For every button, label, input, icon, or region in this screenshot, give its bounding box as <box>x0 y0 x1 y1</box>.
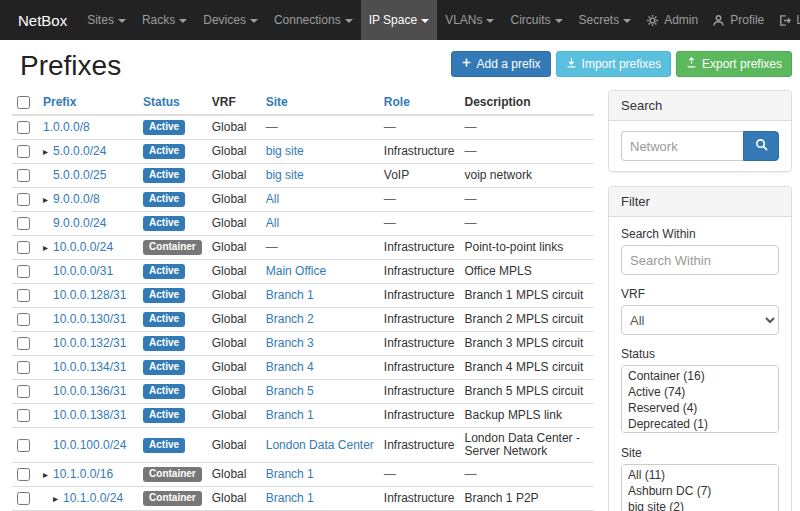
status-badge: Active <box>143 336 185 351</box>
nav-item-racks[interactable]: Racks <box>134 0 195 40</box>
vrf-cell: Global <box>207 236 261 260</box>
row-checkbox[interactable] <box>17 385 30 398</box>
prefix-link[interactable]: 5.0.0.0/25 <box>53 168 106 182</box>
prefix-link[interactable]: 5.0.0.0/24 <box>53 144 106 158</box>
site-link[interactable]: Branch 1 <box>266 408 314 422</box>
status-filter-list[interactable]: Container (16)Active (74)Reserved (4)Dep… <box>621 365 779 433</box>
brand[interactable]: NetBox <box>6 0 79 40</box>
row-checkbox[interactable] <box>17 313 30 326</box>
nav-item-sites[interactable]: Sites <box>79 0 134 40</box>
filter-option[interactable]: Deprecated (1) <box>622 416 778 432</box>
nav-item-circuits[interactable]: Circuits <box>502 0 570 40</box>
description-cell: Backup MPLS link <box>460 404 594 428</box>
filter-option[interactable]: Ashburn DC (7) <box>622 483 778 499</box>
site-filter-list[interactable]: All (11)Ashburn DC (7)big site (2)Branch… <box>621 464 779 511</box>
nav-item-secrets[interactable]: Secrets <box>571 0 640 40</box>
site-link[interactable]: Branch 4 <box>266 360 314 374</box>
filter-option[interactable]: big site (2) <box>622 499 778 511</box>
vrf-cell: Global <box>207 463 261 487</box>
logout-icon <box>778 14 791 27</box>
vrf-filter-label: VRF <box>621 287 779 301</box>
prefix-link[interactable]: 10.0.0.132/31 <box>53 336 126 350</box>
filter-option[interactable]: Active (74) <box>622 384 778 400</box>
status-badge: Active <box>143 384 185 399</box>
site-link[interactable]: big site <box>266 144 304 158</box>
site-link[interactable]: Branch 5 <box>266 384 314 398</box>
prefix-link[interactable]: 10.1.0.0/16 <box>53 467 113 481</box>
search-within-input[interactable] <box>621 245 779 275</box>
row-checkbox[interactable] <box>17 468 30 481</box>
row-checkbox[interactable] <box>17 409 30 422</box>
chevron-down-icon <box>179 19 187 23</box>
prefix-table-container: Prefix Status VRF Site Role Description … <box>12 90 594 511</box>
site-link[interactable]: Branch 2 <box>266 312 314 326</box>
role-cell: Infrastructure <box>379 428 460 463</box>
site-link[interactable]: All <box>266 216 279 230</box>
table-row: ▸10.1.0.0/24 Container Global Branch 1 I… <box>12 487 594 511</box>
site-link[interactable]: London Data Center <box>266 438 374 452</box>
select-all-checkbox[interactable] <box>17 96 30 109</box>
prefix-link[interactable]: 1.0.0.0/8 <box>43 120 90 134</box>
prefix-link[interactable]: 10.0.0.134/31 <box>53 360 126 374</box>
nav-item-profile[interactable]: Profile <box>705 0 771 40</box>
row-checkbox[interactable] <box>17 492 30 505</box>
row-checkbox[interactable] <box>17 289 30 302</box>
site-link[interactable]: All <box>266 192 279 206</box>
column-header-prefix[interactable]: Prefix <box>43 95 76 109</box>
row-checkbox[interactable] <box>17 145 30 158</box>
import-prefixes-button[interactable]: Import prefixes <box>556 51 671 77</box>
search-input[interactable] <box>621 131 743 161</box>
row-checkbox[interactable] <box>17 121 30 134</box>
prefix-link[interactable]: 10.0.0.128/31 <box>53 288 126 302</box>
nav-item-admin[interactable]: Admin <box>639 0 705 40</box>
row-checkbox[interactable] <box>17 361 30 374</box>
search-panel-title: Search <box>609 91 791 121</box>
prefix-link[interactable]: 10.1.0.0/24 <box>63 491 123 505</box>
column-header-status[interactable]: Status <box>143 95 180 109</box>
prefix-link[interactable]: 10.0.0.136/31 <box>53 384 126 398</box>
nav-item-ip-space[interactable]: IP Space <box>361 0 437 40</box>
action-buttons: Add a prefix Import prefixes Export pref… <box>451 51 792 77</box>
site-link[interactable]: Branch 3 <box>266 336 314 350</box>
status-badge: Active <box>143 408 185 423</box>
prefix-link[interactable]: 10.0.0.138/31 <box>53 408 126 422</box>
column-header-site[interactable]: Site <box>266 95 288 109</box>
filter-option[interactable]: Container (16) <box>622 368 778 384</box>
prefix-link[interactable]: 10.0.0.0/31 <box>53 264 113 278</box>
site-link[interactable]: Branch 1 <box>266 467 314 481</box>
plus-icon <box>461 57 472 71</box>
row-checkbox[interactable] <box>17 337 30 350</box>
add-prefix-button[interactable]: Add a prefix <box>451 51 551 77</box>
filter-option[interactable]: Reserved (4) <box>622 400 778 416</box>
prefix-link[interactable]: 10.0.100.0/24 <box>53 438 126 452</box>
search-button[interactable] <box>743 131 779 161</box>
row-indent <box>43 178 53 179</box>
export-prefixes-button[interactable]: Export prefixes <box>676 51 792 77</box>
row-checkbox[interactable] <box>17 217 30 230</box>
table-row: 10.0.0.0/31 Active Global Main Office In… <box>12 260 594 284</box>
row-checkbox[interactable] <box>17 241 30 254</box>
row-checkbox[interactable] <box>17 439 30 452</box>
prefix-link[interactable]: 9.0.0.0/24 <box>53 216 106 230</box>
prefix-link[interactable]: 9.0.0.0/8 <box>53 192 100 206</box>
nav-item-connections[interactable]: Connections <box>266 0 361 40</box>
nav-item-logout[interactable]: Log out <box>771 0 800 40</box>
filter-panel-title: Filter <box>609 187 791 217</box>
nav-item-devices[interactable]: Devices <box>195 0 266 40</box>
row-checkbox[interactable] <box>17 193 30 206</box>
prefix-link[interactable]: 10.0.0.130/31 <box>53 312 126 326</box>
status-badge: Active <box>143 168 185 183</box>
column-header-role[interactable]: Role <box>384 95 410 109</box>
filter-option[interactable]: All (11) <box>622 467 778 483</box>
site-link[interactable]: big site <box>266 168 304 182</box>
row-checkbox[interactable] <box>17 169 30 182</box>
description-cell: Point-to-point links <box>460 236 594 260</box>
site-link[interactable]: Branch 1 <box>266 491 314 505</box>
site-link[interactable]: Branch 1 <box>266 288 314 302</box>
row-indent <box>43 322 53 323</box>
vrf-select[interactable]: All <box>621 305 779 335</box>
prefix-link[interactable]: 10.0.0.0/24 <box>53 240 113 254</box>
nav-item-vlans[interactable]: VLANs <box>437 0 502 40</box>
site-link[interactable]: Main Office <box>266 264 326 278</box>
row-checkbox[interactable] <box>17 265 30 278</box>
